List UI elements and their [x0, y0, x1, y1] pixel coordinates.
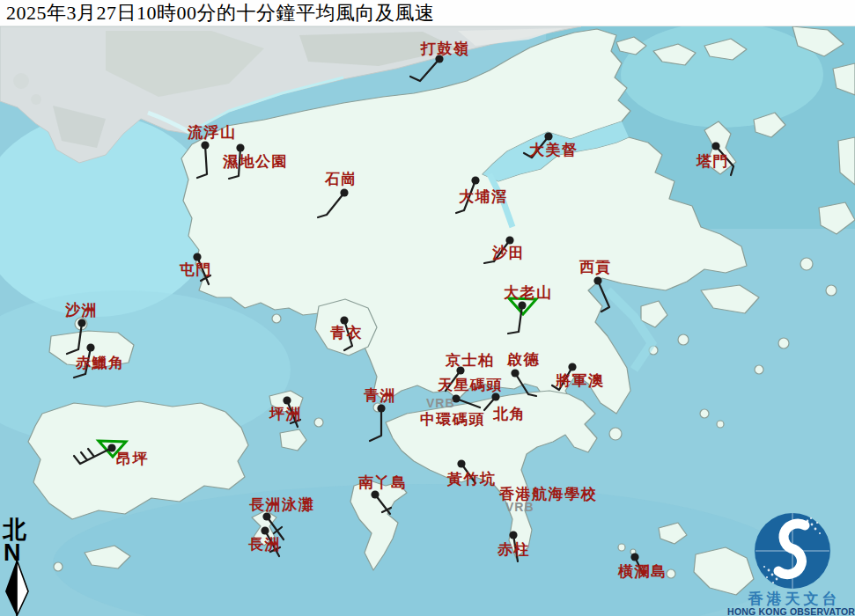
station-dot [77, 319, 85, 326]
station-dot [511, 369, 519, 377]
station-dot [630, 553, 638, 561]
station-dot [201, 141, 209, 149]
station-dot [107, 444, 115, 451]
land-tung-lung [609, 428, 622, 440]
station-dot [261, 526, 269, 534]
map-title: 2025年3月27日10時00分的十分鐘平均風向及風速 [0, 0, 855, 26]
station-label: 大老山 [504, 284, 553, 301]
station-label: 青洲 [364, 387, 396, 404]
station-dot [283, 396, 291, 404]
station-label: 啟德 [506, 351, 540, 368]
station-dot [340, 316, 348, 324]
hko-logo-english-text: HONG KONG OBSERVATORY [727, 606, 855, 616]
station-label: 赤柱 [497, 541, 530, 558]
station-label: 坪洲 [269, 406, 302, 422]
station-label: 沙田 [491, 245, 525, 261]
station-label: 大美督 [529, 141, 579, 158]
land-waglan-islet-1 [618, 544, 625, 551]
station-label: 沙洲 [64, 302, 98, 319]
station-label: 長洲泳灘 [249, 496, 314, 513]
land-bluff-island [755, 365, 763, 374]
station-label: 北角 [492, 406, 526, 422]
station-label: 黃竹坑 [446, 470, 497, 488]
station-dot [711, 142, 719, 150]
starling-inlet-water [621, 22, 823, 128]
station-label: 西貢 [579, 259, 612, 275]
station-dot [457, 459, 465, 467]
station-dot [193, 253, 201, 260]
station-label: 青衣 [330, 325, 363, 341]
hko-logo-chinese-text: 香港天文台 [748, 590, 841, 607]
station-label: 香港航海學校 [498, 486, 597, 502]
station-label: 將軍澳 [555, 372, 605, 389]
station-dot [377, 404, 385, 412]
station-dot [593, 276, 601, 284]
hko-wind-map-screen: 打鼓嶺流浮山濕地公園石崗大美督塔門大埔滘沙田屯門西貢沙洲大老山青衣赤鱲角京士柏啟… [0, 0, 855, 616]
station-dot [86, 343, 94, 351]
station-label: 石崗 [324, 171, 357, 187]
land-kau-yi-chau [314, 418, 323, 427]
land-soko-islet [54, 562, 63, 571]
station-dot [236, 143, 244, 151]
station-label: 中環碼頭 [420, 411, 485, 428]
land-ninepin-1 [700, 409, 709, 418]
land-ninepin-2 [717, 421, 724, 428]
station-dot [544, 132, 552, 140]
land-sung-kong [667, 569, 675, 578]
vrb-label: VRB [426, 396, 455, 410]
land-islet-e2 [826, 285, 837, 296]
station-dot [340, 188, 348, 196]
station-label: 昂坪 [116, 451, 149, 467]
land-islet-s1 [678, 334, 689, 345]
station-dot [471, 176, 479, 184]
station-label: 天星碼頭 [437, 377, 503, 393]
land-ma-wan [272, 314, 281, 323]
station-dot [568, 363, 576, 370]
station-dot [518, 301, 526, 309]
station-label: 濕地公園 [222, 153, 288, 170]
station-label: 塔門 [696, 153, 729, 170]
station-label: 屯門 [179, 261, 212, 278]
station-label: 長洲 [248, 536, 281, 553]
station-label: 南丫島 [358, 474, 408, 491]
land-basalt-island [778, 338, 789, 348]
station-dot [371, 490, 379, 498]
land-islet-e1 [800, 258, 813, 270]
station-label: 流浮山 [187, 124, 237, 141]
station-dot [262, 512, 270, 520]
station-dot [505, 236, 513, 244]
hong-kong-wind-map: 打鼓嶺流浮山濕地公園石崗大美督塔門大埔滘沙田屯門西貢沙洲大老山青衣赤鱲角京士柏啟… [0, 0, 855, 616]
station-label: 橫瀾島 [617, 563, 667, 580]
station-label: 打鼓嶺 [420, 40, 470, 57]
station-label: 大埔滘 [459, 188, 508, 205]
station-dot [509, 531, 517, 539]
station-label: 赤鱲角 [75, 355, 125, 371]
station-label: 京士柏 [445, 352, 495, 369]
station-dot [491, 392, 499, 400]
